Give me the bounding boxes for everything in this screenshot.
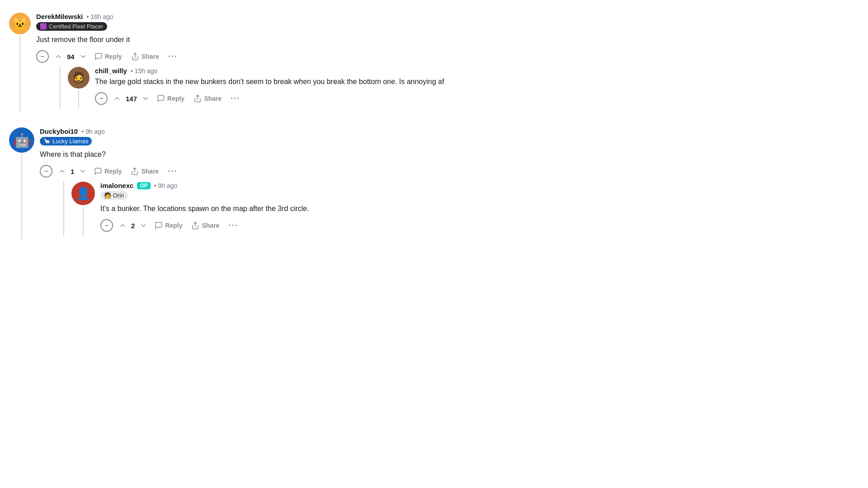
avatar-derek: 🐱 [9,13,31,34]
flair-icon-imalonexc: 🧑 [104,192,111,199]
more-button-imalonexc[interactable]: ··· [225,219,241,232]
downvote-button-imalonexc[interactable] [137,220,149,231]
vote-area-derek: 94 [52,51,89,62]
collapse-icon-ducky: − [44,167,48,175]
share-icon-ducky [131,167,139,175]
reply-icon-chill [157,94,165,103]
flair-derek: 🟪 Certified Pixel Placer [36,22,107,31]
comment-thread: 🐱 DerekMilewski • 16h ago 🟪 Certified Pi… [0,7,868,249]
flair-icon-ducky: 🦙 [43,138,51,145]
thread-line-derek [19,36,20,113]
upvote-button-ducky[interactable] [56,165,68,177]
more-button-derek[interactable]: ··· [165,50,181,63]
action-bar-imalonexc: − 2 [100,219,859,232]
collapse-icon-derek: − [40,52,44,61]
upvote-icon-derek [54,52,62,61]
flair-row-derek: 🟪 Certified Pixel Placer [36,22,859,31]
action-bar-ducky: − 1 [40,164,859,178]
share-icon-derek [131,52,139,61]
reply-icon-ducky [94,167,102,175]
vote-area-ducky: 1 [56,165,89,177]
username-ducky: Duckyboi10 [40,127,78,135]
avatar-ducky: 🤖 [9,127,34,153]
comment-body-chill: chill_willy • 15h ago The large gold sta… [95,67,859,109]
more-button-ducky[interactable]: ··· [164,165,181,178]
collapse-button-ducky[interactable]: − [40,165,52,178]
vote-count-derek: 94 [67,53,75,61]
comment-ducky: 🤖 Duckyboi10 • 9h ago 🦙 Lucky Llamas Whe… [9,127,859,239]
upvote-button-chill[interactable] [111,93,123,104]
downvote-button-derek[interactable] [77,51,89,62]
comment-header-ducky: Duckyboi10 • 9h ago [40,127,859,135]
vote-area-chill: 147 [111,93,151,104]
downvote-icon-chill [142,94,150,103]
downvote-icon-imalonexc [139,221,147,230]
thread-line-imalonexc [83,207,84,236]
action-bar-derek: − 94 [36,50,859,63]
comment-text-chill: The large gold stacks in the new bunkers… [95,76,859,87]
avatar-imalonexc: 👤 [71,182,95,205]
comment-header-imalonexc: imalonexc OP • 9h ago [100,182,859,189]
reply-button-derek[interactable]: Reply [91,50,126,63]
flair-row-ducky: 🦙 Lucky Llamas [40,137,859,145]
downvote-icon-derek [79,52,87,61]
reply-icon-derek [94,52,103,61]
comment-body-imalonexc: imalonexc OP • 9h ago 🧑 Orin It's a bunk… [100,182,859,236]
flair-ducky: 🦙 Lucky Llamas [40,137,92,145]
collapse-icon-chill: − [99,94,103,103]
reply-button-chill[interactable]: Reply [153,92,188,105]
action-bar-chill: − 147 [95,92,859,105]
op-badge-imalonexc: OP [137,182,150,189]
comment-header-derek: DerekMilewski • 16h ago [36,13,859,20]
upvote-icon-chill [113,94,121,103]
nested-comment-chill: 🧔 chill_willy • 15h ago The large gold s… [60,67,859,109]
upvote-button-imalonexc[interactable] [117,220,128,231]
comment-left-imalonexc: 👤 [71,182,95,236]
comment-text-ducky: Where is that place? [40,149,859,160]
share-button-chill[interactable]: Share [190,92,225,105]
comment-text-imalonexc: It's a bunker. The locations spawn on th… [100,203,859,214]
username-imalonexc: imalonexc [100,182,133,189]
comment-left-derek: 🐱 [9,13,31,113]
username-chill: chill_willy [95,67,127,75]
vote-count-ducky: 1 [71,168,74,175]
share-button-derek[interactable]: Share [127,50,163,63]
reply-button-ducky[interactable]: Reply [90,164,125,178]
vote-area-imalonexc: 2 [117,220,149,231]
share-icon-chill [193,94,202,103]
nested-comment-inner-chill: 🧔 chill_willy • 15h ago The large gold s… [68,67,859,109]
comment-left-chill: 🧔 [68,67,90,109]
separator-1 [9,120,859,120]
share-button-imalonexc[interactable]: Share [188,219,223,232]
collapse-button-imalonexc[interactable]: − [100,219,113,232]
comment-body-ducky: Duckyboi10 • 9h ago 🦙 Lucky Llamas Where… [40,127,859,239]
more-button-chill[interactable]: ··· [227,92,244,105]
flair-icon-derek: 🟪 [40,23,47,30]
username-derek: DerekMilewski [36,13,83,20]
reply-icon-imalonexc [155,221,163,230]
comment-left-ducky: 🤖 [9,127,34,239]
downvote-icon-ducky [79,167,87,175]
thread-line-ducky [21,155,22,239]
avatar-chill: 🧔 [68,67,90,89]
comment-header-chill: chill_willy • 15h ago [95,67,859,75]
comment-text-derek: Just remove the floor under it [36,34,859,45]
nested-comment-imalonexc: 👤 imalonexc OP • 9h ago 🧑 [63,182,859,236]
timestamp-ducky: • 9h ago [81,128,105,135]
downvote-button-chill[interactable] [140,93,151,104]
share-button-ducky[interactable]: Share [127,164,162,178]
timestamp-chill: • 15h ago [131,67,157,75]
downvote-button-ducky[interactable] [77,165,89,177]
vote-count-chill: 147 [126,95,137,103]
reply-button-imalonexc[interactable]: Reply [151,219,186,232]
nested-comment-inner-imalonexc: 👤 imalonexc OP • 9h ago 🧑 [71,182,859,236]
flair-imalonexc: 🧑 Orin [100,191,128,200]
collapse-button-chill[interactable]: − [95,92,108,105]
thread-line-chill [78,90,79,109]
collapse-icon-imalonexc: − [104,221,108,230]
collapse-button-derek[interactable]: − [36,50,49,63]
timestamp-imalonexc: • 9h ago [154,182,178,189]
share-icon-imalonexc [191,221,199,230]
upvote-button-derek[interactable] [52,51,64,62]
timestamp-derek: • 16h ago [86,13,113,20]
